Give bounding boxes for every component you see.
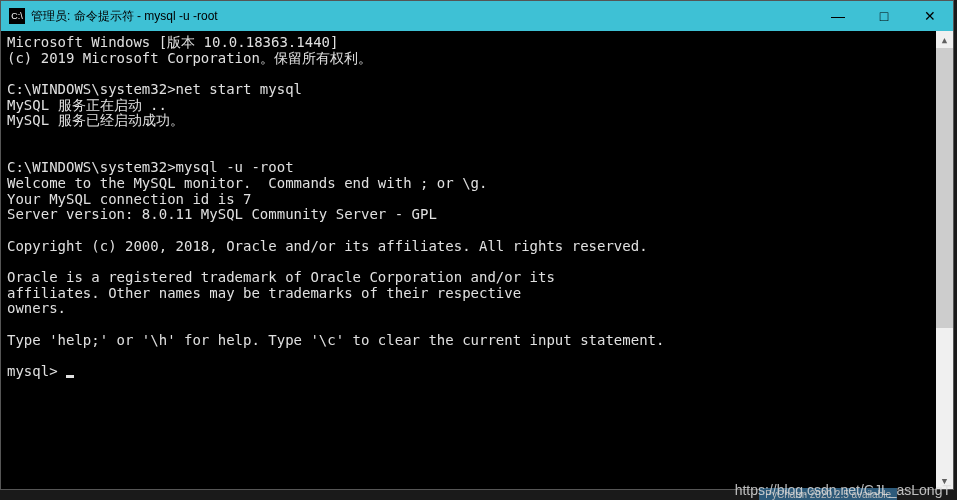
output-line: MySQL 服务正在启动 .. (7, 97, 167, 113)
minimize-button[interactable]: — (815, 1, 861, 31)
output-line: Your MySQL connection id is 7 (7, 191, 251, 207)
window-title: 管理员: 命令提示符 - mysql -u -root (31, 8, 815, 25)
terminal-output[interactable]: Microsoft Windows [版本 10.0.18363.1440] (… (1, 31, 936, 489)
output-line: Server version: 8.0.11 MySQL Community S… (7, 206, 437, 222)
terminal-area: Microsoft Windows [版本 10.0.18363.1440] (… (1, 31, 953, 489)
vertical-scrollbar[interactable]: ▲ ▼ (936, 31, 953, 489)
output-line: C:\WINDOWS\system32>mysql -u -root (7, 159, 294, 175)
output-line: C:\WINDOWS\system32>net start mysql (7, 81, 302, 97)
app-icon-text: C:\ (11, 11, 23, 21)
output-line: Type 'help;' or '\h' for help. Type '\c'… (7, 332, 664, 348)
cursor-icon (66, 375, 74, 378)
output-line: Microsoft Windows [版本 10.0.18363.1440] (7, 34, 338, 50)
maximize-button[interactable]: □ (861, 1, 907, 31)
window-controls: — □ ✕ (815, 1, 953, 31)
output-line: Welcome to the MySQL monitor. Commands e… (7, 175, 487, 191)
output-line: MySQL 服务已经启动成功。 (7, 112, 184, 128)
output-line: (c) 2019 Microsoft Corporation。保留所有权利。 (7, 50, 372, 66)
scroll-up-button[interactable]: ▲ (936, 31, 953, 48)
app-icon: C:\ (9, 8, 25, 24)
watermark-text: https://blog.csdn.net/CJL_asLongT (735, 482, 951, 498)
close-button[interactable]: ✕ (907, 1, 953, 31)
output-line: Oracle is a registered trademark of Orac… (7, 269, 555, 285)
mysql-prompt: mysql> (7, 363, 66, 379)
output-line: Copyright (c) 2000, 2018, Oracle and/or … (7, 238, 648, 254)
command-prompt-window: C:\ 管理员: 命令提示符 - mysql -u -root — □ ✕ Mi… (0, 0, 954, 490)
output-line: owners. (7, 300, 66, 316)
output-line: affiliates. Other names may be trademark… (7, 285, 521, 301)
scroll-thumb[interactable] (936, 48, 953, 328)
titlebar[interactable]: C:\ 管理员: 命令提示符 - mysql -u -root — □ ✕ (1, 1, 953, 31)
